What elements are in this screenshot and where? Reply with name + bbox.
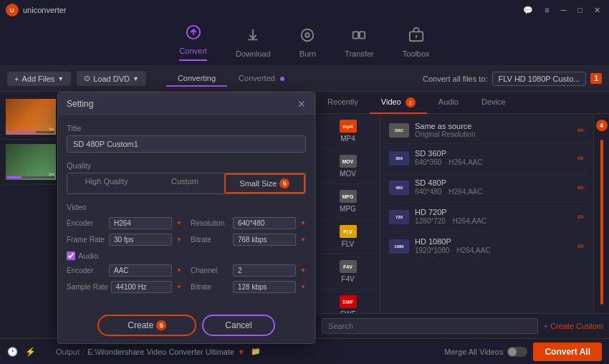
format-item-flv[interactable]: FLV FLV: [316, 219, 380, 254]
preset-hd1080[interactable]: 1080 HD 1080P 1920*1080 H264,AAC ✏: [383, 232, 590, 262]
modal-footer: Create 6 Cancel: [58, 307, 315, 343]
format-item-swf[interactable]: SWF SWF: [316, 289, 380, 313]
resolution-arrow[interactable]: ▼: [300, 220, 306, 226]
format-item-f4v[interactable]: F4V F4V: [316, 254, 380, 289]
format-tab-device[interactable]: Device: [470, 92, 517, 113]
format-item-mpg[interactable]: MPG MPG: [316, 184, 380, 219]
sidebar-badge: 4: [596, 120, 608, 131]
nav-item-convert[interactable]: Convert: [179, 24, 207, 61]
mp4-icon: mp4: [340, 120, 357, 133]
preset-same-as-source[interactable]: SRC Same as source Original Resolution ✏: [383, 117, 590, 144]
nav-item-transfer[interactable]: Transfer: [345, 27, 374, 58]
merge-label: Merge All Videos: [444, 348, 503, 356]
nav-label-burn: Burn: [299, 49, 316, 58]
merge-toggle[interactable]: [507, 347, 527, 357]
preset-sd480[interactable]: 480 SD 480P 640*480 H264,AAC ✏: [383, 173, 590, 203]
format-list: mp4 MP4 MOV MOV MPG MPG FLV FLV F4V F4: [316, 114, 380, 313]
hd1080-name: HD 1080P: [415, 237, 572, 246]
add-files-arrow: ▼: [57, 75, 64, 82]
audio-section-title: Audio: [78, 252, 98, 260]
chat-icon[interactable]: 💬: [520, 6, 536, 15]
tab-converting[interactable]: Converting: [166, 71, 227, 87]
f4v-icon: F4V: [340, 260, 357, 273]
hd1080-icon: 1080: [389, 239, 409, 254]
convert-all-button[interactable]: Convert All: [533, 343, 602, 361]
load-dvd-button[interactable]: ⊙ Load DVD ▼: [77, 71, 146, 86]
framerate-arrow[interactable]: ▼: [176, 236, 182, 243]
audio-encoder-label: Encoder: [67, 267, 106, 274]
mpg-label: MPG: [340, 205, 356, 213]
audio-encoder-arrow[interactable]: ▼: [176, 267, 182, 274]
minimize-icon[interactable]: ─: [558, 6, 570, 15]
format-content: mp4 MP4 MOV MOV MPG MPG FLV FLV F4V F4: [316, 114, 609, 313]
video-thumb-2: ✂: [6, 144, 56, 180]
hd1080-edit-icon[interactable]: ✏: [577, 241, 585, 252]
video-bitrate-arrow[interactable]: ▼: [300, 236, 306, 243]
toolbar: + Add Files ▼ ⊙ Load DVD ▼ Converting Co…: [0, 66, 609, 92]
title-field-input[interactable]: [67, 135, 306, 153]
nav-item-burn[interactable]: Burn: [299, 27, 316, 58]
app-logo: U: [6, 4, 19, 16]
preset-hd720[interactable]: 720 HD 720P 1280*720 H264,AAC ✏: [383, 203, 590, 232]
sd480-edit-icon[interactable]: ✏: [577, 183, 585, 193]
title-bar: U uniconverter 💬 ≡ ─ □ ✕: [0, 0, 609, 20]
quality-high[interactable]: High Quality: [67, 173, 145, 193]
quality-small[interactable]: Small Size 5: [224, 173, 305, 193]
preset-sd360[interactable]: 360 SD 360P 640*360 H264,AAC ✏: [383, 144, 590, 173]
encoder-row: Encoder H264 ▼: [67, 217, 182, 229]
format-item-mp4[interactable]: mp4 MP4: [316, 114, 380, 149]
format-tab-video[interactable]: Video 2: [370, 92, 427, 113]
presets-grid: SRC Same as source Original Resolution ✏…: [380, 114, 593, 313]
channel-arrow[interactable]: ▼: [300, 267, 306, 274]
title-field-label: Title: [67, 124, 306, 133]
cancel-button[interactable]: Cancel: [202, 315, 274, 336]
hd720-name: HD 720P: [415, 208, 572, 216]
sd360-icon: 360: [389, 151, 409, 166]
sd360-edit-icon[interactable]: ✏: [577, 153, 585, 163]
output-path: E:\Wondershare Video Converter Ultimate: [87, 348, 234, 356]
output-dropdown-arrow[interactable]: ▼: [237, 348, 245, 356]
mov-label: MOV: [340, 170, 356, 178]
encoder-arrow[interactable]: ▼: [176, 220, 182, 226]
toolbox-icon: [408, 27, 424, 47]
maximize-icon[interactable]: □: [575, 6, 585, 15]
sd360-info: SD 360P 640*360 H264,AAC: [415, 149, 572, 168]
add-files-button[interactable]: + Add Files ▼: [7, 72, 71, 86]
tab-converted[interactable]: Converted: [227, 71, 296, 87]
svg-point-1: [302, 29, 314, 42]
hd720-edit-icon[interactable]: ✏: [577, 212, 585, 222]
video-section-title: Video: [67, 203, 306, 211]
video-bitrate-value: 768 kbps: [233, 234, 296, 246]
menu-icon[interactable]: ≡: [542, 6, 552, 15]
format-item-mov[interactable]: MOV MOV: [316, 149, 380, 184]
bottom-output: Output : E:\Wondershare Video Converter …: [56, 347, 438, 356]
same-source-edit-icon[interactable]: ✏: [577, 125, 585, 135]
quality-field-group: Quality High Quality Custom Small Size 5: [67, 161, 306, 194]
mp4-label: MP4: [340, 135, 355, 143]
samplerate-arrow[interactable]: ▼: [176, 284, 182, 290]
clock-icon: 🕐: [7, 347, 18, 357]
encoder-label: Encoder: [67, 219, 106, 227]
nav-item-toolbox[interactable]: Toolbox: [403, 27, 430, 58]
create-custom-button[interactable]: + Create Custom: [544, 322, 603, 330]
nav-item-download[interactable]: Download: [236, 27, 271, 58]
quality-custom[interactable]: Custom: [145, 173, 224, 193]
audio-bitrate-arrow[interactable]: ▼: [300, 284, 306, 290]
hd720-desc: 1280*720 H264,AAC: [415, 216, 572, 226]
close-icon[interactable]: ✕: [591, 6, 603, 15]
format-tab-recently[interactable]: Recently: [316, 92, 370, 113]
folder-icon[interactable]: 📁: [251, 347, 261, 356]
toggle-dot: [508, 348, 517, 356]
video-bitrate-row: Bitrate 768 kbps ▼: [191, 234, 306, 246]
audio-checkbox[interactable]: [67, 252, 75, 260]
svg-rect-4: [360, 32, 365, 38]
convert-format-select[interactable]: FLV HD 1080P Custo...: [492, 72, 587, 86]
format-tab-audio[interactable]: Audio: [427, 92, 470, 113]
create-button[interactable]: Create 6: [97, 315, 196, 336]
modal-close-button[interactable]: ✕: [297, 98, 306, 110]
main-area: ✂ ✂ Setting ✕ Title Quality: [0, 92, 609, 338]
video-thumb-1: ✂: [6, 99, 56, 135]
channel-row: Channel 2 ▼: [191, 264, 306, 277]
app-name: uniconverter: [23, 6, 67, 14]
search-input[interactable]: [322, 318, 538, 334]
